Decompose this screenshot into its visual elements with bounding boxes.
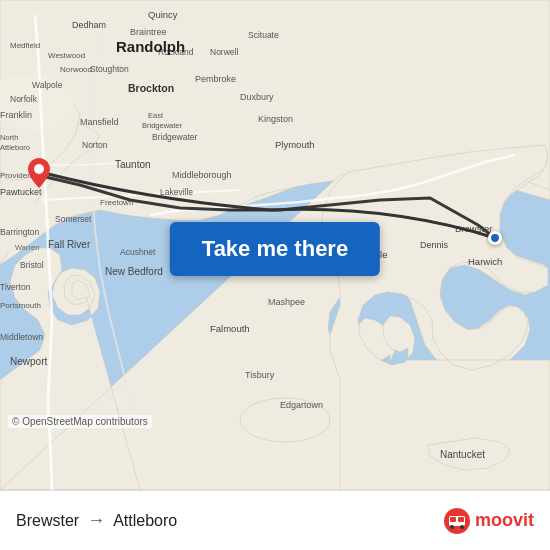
svg-text:Norwell: Norwell bbox=[210, 47, 238, 57]
svg-text:Somerset: Somerset bbox=[55, 214, 92, 224]
svg-text:Dedham: Dedham bbox=[72, 20, 106, 30]
footer-route: Brewster → Attleboro bbox=[16, 510, 177, 531]
svg-text:Warren: Warren bbox=[15, 243, 39, 252]
svg-text:Pembroke: Pembroke bbox=[195, 74, 236, 84]
svg-text:Tiverton: Tiverton bbox=[0, 282, 31, 292]
svg-text:Attleboro: Attleboro bbox=[0, 143, 30, 152]
svg-text:Middletown: Middletown bbox=[0, 332, 43, 342]
svg-text:Edgartown: Edgartown bbox=[280, 400, 323, 410]
svg-text:Nantucket: Nantucket bbox=[440, 449, 485, 460]
svg-text:Tisbury: Tisbury bbox=[245, 370, 275, 380]
svg-text:Norwood: Norwood bbox=[60, 65, 92, 74]
svg-text:Walpole: Walpole bbox=[32, 80, 63, 90]
svg-text:Brockton: Brockton bbox=[128, 82, 174, 94]
svg-text:Freetown: Freetown bbox=[100, 198, 133, 207]
svg-rect-57 bbox=[450, 517, 456, 522]
svg-text:Bridgewater: Bridgewater bbox=[152, 132, 198, 142]
svg-text:Mashpee: Mashpee bbox=[268, 297, 305, 307]
footer-arrow-icon: → bbox=[87, 510, 105, 531]
svg-text:Barrington: Barrington bbox=[0, 227, 39, 237]
svg-point-54 bbox=[34, 164, 44, 174]
svg-text:Lakeville: Lakeville bbox=[160, 187, 193, 197]
svg-text:Westwood: Westwood bbox=[48, 51, 85, 60]
origin-pin bbox=[28, 158, 50, 192]
svg-text:Medfield: Medfield bbox=[10, 41, 40, 50]
take-me-there-button[interactable]: Take me there bbox=[170, 222, 380, 276]
svg-text:Norfolk: Norfolk bbox=[10, 94, 38, 104]
svg-text:Acushnet: Acushnet bbox=[120, 247, 156, 257]
osm-attribution: © OpenStreetMap contributors bbox=[8, 415, 152, 428]
svg-text:Taunton: Taunton bbox=[115, 159, 151, 170]
svg-text:Franklin: Franklin bbox=[0, 110, 32, 120]
svg-text:Portsmouth: Portsmouth bbox=[0, 301, 41, 310]
svg-text:Middleborough: Middleborough bbox=[172, 170, 232, 180]
svg-text:Rockland: Rockland bbox=[158, 47, 194, 57]
svg-text:Fall River: Fall River bbox=[48, 239, 91, 250]
svg-text:Harwich: Harwich bbox=[468, 256, 502, 267]
svg-text:Plymouth: Plymouth bbox=[275, 139, 315, 150]
svg-text:Norton: Norton bbox=[82, 140, 108, 150]
svg-text:Dennis: Dennis bbox=[420, 240, 449, 250]
svg-text:Scituate: Scituate bbox=[248, 30, 279, 40]
footer-origin: Brewster bbox=[16, 512, 79, 530]
svg-text:North: North bbox=[0, 133, 18, 142]
svg-point-59 bbox=[450, 525, 454, 529]
svg-text:East: East bbox=[148, 111, 164, 120]
svg-text:Kingston: Kingston bbox=[258, 114, 293, 124]
footer: Brewster → Attleboro moovit bbox=[0, 490, 550, 550]
svg-point-60 bbox=[460, 525, 464, 529]
moovit-logo-text: moovit bbox=[475, 510, 534, 531]
svg-text:Mansfield: Mansfield bbox=[80, 117, 119, 127]
svg-text:Newport: Newport bbox=[10, 356, 47, 367]
svg-text:New Bedford: New Bedford bbox=[105, 266, 163, 277]
svg-text:Quincy: Quincy bbox=[148, 9, 178, 20]
svg-rect-58 bbox=[458, 517, 464, 522]
destination-pin bbox=[488, 231, 502, 245]
svg-text:Duxbury: Duxbury bbox=[240, 92, 274, 102]
moovit-icon bbox=[443, 507, 471, 535]
svg-text:Bridgewater: Bridgewater bbox=[142, 121, 183, 130]
svg-text:Stoughton: Stoughton bbox=[90, 64, 129, 74]
svg-text:Falmouth: Falmouth bbox=[210, 323, 250, 334]
map-container: Dedham Quincy Westwood Medfield Norwood … bbox=[0, 0, 550, 490]
svg-text:Brewster: Brewster bbox=[455, 223, 492, 234]
footer-destination: Attleboro bbox=[113, 512, 177, 530]
svg-text:Bristol: Bristol bbox=[20, 260, 44, 270]
moovit-logo: moovit bbox=[443, 507, 534, 535]
svg-text:Braintree: Braintree bbox=[130, 27, 167, 37]
